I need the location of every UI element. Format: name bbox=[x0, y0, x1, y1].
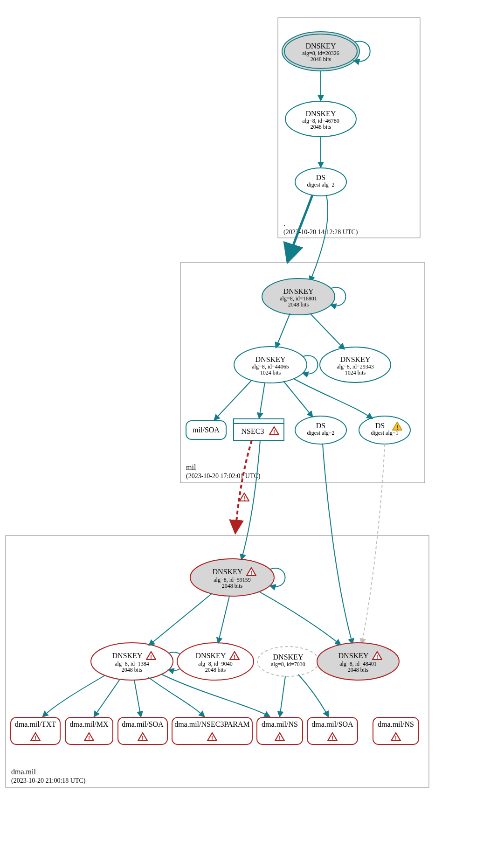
svg-text:DS: DS bbox=[316, 422, 325, 430]
svg-text:alg=8, id=44065: alg=8, id=44065 bbox=[252, 363, 289, 370]
svg-text:alg=8, id=29343: alg=8, id=29343 bbox=[337, 363, 374, 370]
svg-text:!: ! bbox=[331, 735, 333, 742]
svg-text:DS: DS bbox=[316, 174, 325, 181]
node-rr-ns2: dma.mil/NS ! bbox=[373, 717, 419, 744]
zone-dma-ts: (2023-10-20 21:00:18 UTC) bbox=[11, 777, 86, 785]
edge-zsk1-mx bbox=[94, 679, 120, 716]
node-rr-soa: dma.mil/SOA ! bbox=[118, 717, 167, 744]
node-rr-nsec3param: dma.mil/NSEC3PARAM ! bbox=[172, 717, 252, 744]
svg-text:dma.mil/TXT: dma.mil/TXT bbox=[15, 720, 56, 728]
svg-text:!: ! bbox=[243, 495, 245, 502]
svg-text:alg=8, id=46780: alg=8, id=46780 bbox=[302, 118, 339, 124]
node-dma-zsk1: DNSKEY ! alg=8, id=1384 2048 bits bbox=[91, 643, 173, 680]
svg-text:alg=8, id=48401: alg=8, id=48401 bbox=[339, 660, 377, 667]
node-root-zsk: DNSKEY alg=8, id=46780 2048 bits bbox=[285, 101, 356, 137]
edge-gray-soa2 bbox=[298, 674, 328, 716]
svg-text:DNSKEY: DNSKEY bbox=[338, 652, 369, 660]
svg-text:DNSKEY: DNSKEY bbox=[306, 110, 336, 118]
node-dma-gray: DNSKEY alg=8, id=7030 bbox=[257, 646, 319, 676]
svg-text:!: ! bbox=[211, 735, 213, 742]
node-dma-zsk2: DNSKEY ! alg=8, id=9040 2048 bits bbox=[177, 643, 254, 680]
edge-ds2-dma-zsk3 bbox=[323, 444, 352, 644]
svg-text:DNSKEY: DNSKEY bbox=[273, 653, 304, 661]
edge-gray-ns bbox=[280, 676, 285, 716]
node-dma-zsk3: DNSKEY ! alg=8, id=48401 2048 bits bbox=[317, 643, 399, 680]
node-rr-txt: dma.mil/TXT ! bbox=[11, 717, 60, 744]
svg-text:!: ! bbox=[273, 429, 275, 436]
edge-dma-ksk-zsk3 bbox=[259, 591, 340, 645]
svg-text:dma.mil/NS: dma.mil/NS bbox=[262, 720, 298, 728]
svg-text:dma.mil/SOA: dma.mil/SOA bbox=[122, 720, 164, 728]
svg-text:!: ! bbox=[234, 654, 235, 660]
svg-text:dma.mil/NSEC3PARAM: dma.mil/NSEC3PARAM bbox=[174, 720, 250, 728]
svg-text:2048 bits: 2048 bits bbox=[311, 124, 331, 130]
svg-text:DNSKEY: DNSKEY bbox=[340, 355, 371, 363]
svg-text:!: ! bbox=[88, 735, 90, 742]
node-mil-ds1: DS digest alg=1 ! bbox=[359, 416, 410, 444]
svg-text:mil/SOA: mil/SOA bbox=[193, 426, 220, 434]
svg-text:1024 bits: 1024 bits bbox=[260, 369, 281, 376]
svg-text:dma.mil/SOA: dma.mil/SOA bbox=[311, 720, 353, 728]
svg-text:digest alg=1: digest alg=1 bbox=[371, 430, 398, 436]
edge-zsk1-nsec3p bbox=[148, 677, 204, 716]
svg-text:dma.mil/NS: dma.mil/NS bbox=[378, 720, 414, 728]
svg-text:DNSKEY: DNSKEY bbox=[112, 652, 143, 660]
svg-text:alg=8, id=16801: alg=8, id=16801 bbox=[280, 295, 317, 302]
edge-root-to-mil-zone bbox=[288, 195, 312, 260]
svg-text:DNSKEY: DNSKEY bbox=[255, 355, 286, 363]
zone-dma-title: dma.mil bbox=[11, 768, 36, 776]
node-rr-soa2: dma.mil/SOA ! bbox=[307, 717, 358, 744]
svg-text:!: ! bbox=[376, 654, 378, 660]
edge-mil-zsk-soa bbox=[214, 380, 252, 420]
edge-dma-ksk-zsk1 bbox=[149, 593, 212, 645]
edge-ds1-dma-zsk3 bbox=[362, 444, 385, 644]
svg-text:!: ! bbox=[395, 735, 397, 742]
svg-text:!: ! bbox=[150, 654, 152, 660]
svg-text:DNSKEY: DNSKEY bbox=[213, 568, 243, 576]
svg-text:digest alg=2: digest alg=2 bbox=[307, 181, 334, 188]
edge-zsk1-txt bbox=[43, 675, 105, 716]
svg-text:alg=8, id=20326: alg=8, id=20326 bbox=[302, 50, 339, 56]
edge-mil-zsk-nsec3 bbox=[259, 382, 265, 418]
svg-text:2048 bits: 2048 bits bbox=[205, 667, 226, 673]
svg-text:DS: DS bbox=[375, 422, 385, 430]
svg-text:alg=8, id=1384: alg=8, id=1384 bbox=[115, 660, 149, 667]
node-mil-ksk: DNSKEY alg=8, id=16801 2048 bits bbox=[262, 278, 335, 315]
node-mil-ds2: DS digest alg=2 bbox=[295, 416, 346, 444]
edge-dma-ksk-zsk2 bbox=[218, 596, 229, 643]
edge-mil-ksk-zsk1 bbox=[276, 313, 290, 348]
svg-text:alg=8, id=59159: alg=8, id=59159 bbox=[214, 577, 251, 583]
node-mil-nsec3: NSEC3 ! bbox=[234, 419, 284, 440]
svg-text:alg=8, id=7030: alg=8, id=7030 bbox=[271, 661, 305, 667]
svg-text:!: ! bbox=[142, 735, 144, 742]
node-mil-zsk: DNSKEY alg=8, id=44065 1024 bits bbox=[234, 347, 307, 383]
node-rr-ns: dma.mil/NS ! bbox=[257, 717, 303, 744]
zone-mil-title: mil bbox=[186, 463, 196, 471]
edge-nsec3-red bbox=[235, 440, 252, 532]
zone-root-ts: (2023-10-20 14:12:28 UTC) bbox=[283, 229, 358, 236]
svg-text:digest alg=2: digest alg=2 bbox=[307, 430, 334, 436]
warning-icon: ! bbox=[240, 493, 249, 502]
svg-text:2048 bits: 2048 bits bbox=[222, 583, 243, 589]
svg-text:2048 bits: 2048 bits bbox=[348, 667, 369, 673]
node-mil-zsk2: DNSKEY alg=8, id=29343 1024 bits bbox=[320, 347, 391, 382]
svg-text:2048 bits: 2048 bits bbox=[311, 56, 331, 63]
svg-text:2048 bits: 2048 bits bbox=[288, 301, 309, 308]
svg-text:!: ! bbox=[35, 735, 36, 742]
svg-text:dma.mil/MX: dma.mil/MX bbox=[69, 720, 109, 728]
svg-text:1024 bits: 1024 bits bbox=[345, 369, 366, 376]
svg-text:alg=8, id=9040: alg=8, id=9040 bbox=[198, 660, 233, 667]
svg-text:!: ! bbox=[250, 570, 252, 577]
edge-mil-zsk-ds1 bbox=[294, 379, 372, 418]
svg-text:!: ! bbox=[396, 424, 398, 431]
node-mil-soa: mil/SOA bbox=[186, 421, 226, 439]
svg-text:DNSKEY: DNSKEY bbox=[196, 652, 226, 660]
svg-text:2048 bits: 2048 bits bbox=[122, 667, 143, 673]
node-root-ds: DS digest alg=2 bbox=[295, 168, 346, 196]
svg-text:DNSKEY: DNSKEY bbox=[306, 42, 336, 50]
edge-mil-ksk-zsk2 bbox=[310, 313, 344, 349]
node-rr-mx: dma.mil/MX ! bbox=[65, 717, 113, 744]
node-dma-ksk: DNSKEY ! alg=8, id=59159 2048 bits bbox=[190, 559, 274, 596]
svg-text:NSEC3: NSEC3 bbox=[242, 427, 264, 435]
svg-text:DNSKEY: DNSKEY bbox=[283, 287, 314, 295]
